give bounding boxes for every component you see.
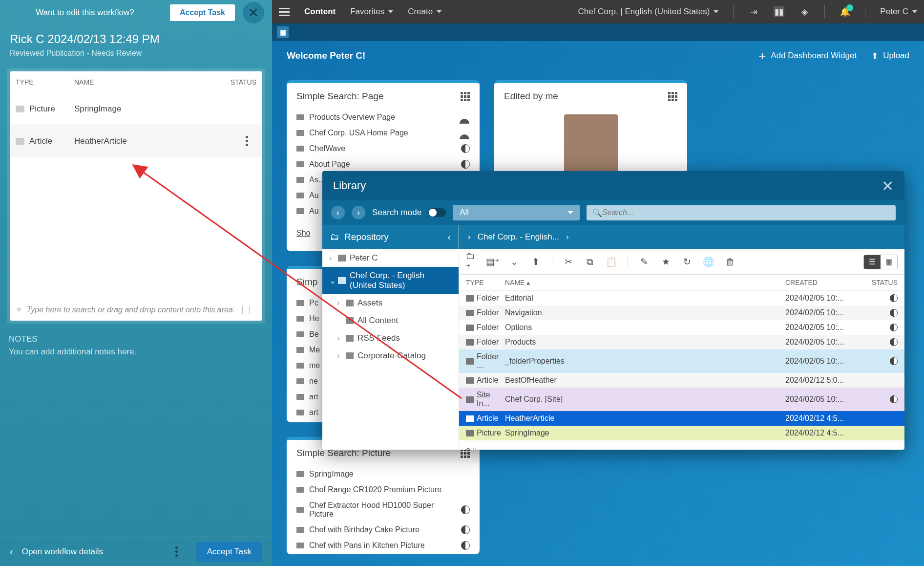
type-icon (466, 339, 474, 346)
workflow-notes: NOTES You can add additional notes here. (9, 334, 263, 357)
workflow-row[interactable]: Article HeatherArticle (10, 125, 262, 157)
analytics-icon[interactable]: ▮▮ (774, 6, 784, 17)
user-menu[interactable]: Peter C (880, 7, 917, 17)
list-item[interactable]: ChefWave (296, 141, 470, 156)
widget-title: Simp (296, 277, 317, 287)
tree-node-assets[interactable]: ›Assets (322, 294, 459, 312)
workflow-search-drop[interactable]: + Type here to search or drag and drop c… (10, 299, 262, 321)
library-main-panel: › Chef Corp. - English... › 🗀⁺ ▤⁺ ⌄ ⬆ ✂ … (459, 225, 904, 450)
notifications-icon[interactable]: 🔔 (840, 6, 850, 17)
grid-row[interactable]: Folder ..._folderProperties2024/02/05 10… (459, 349, 904, 373)
globe-button: 🌐 (703, 257, 714, 267)
chevron-left-icon[interactable]: ‹ (10, 546, 13, 557)
add-widget-button[interactable]: +Add Dashboard Widget (758, 48, 857, 64)
notes-placeholder[interactable]: You can add additional notes here. (9, 347, 263, 357)
grid-row[interactable]: FolderOptions2024/02/05 10:... (459, 320, 904, 335)
globe-icon (890, 395, 898, 403)
home-icon (338, 255, 346, 261)
list-item[interactable]: Chef Extractor Hood HD1000 Super Picture (296, 498, 470, 522)
hamburger-menu-button[interactable] (279, 8, 290, 16)
workflow-edit-prompt: Want to edit this workflow? (8, 8, 162, 18)
chevron-right-icon[interactable]: › (566, 232, 569, 242)
collapse-tree-button[interactable]: ‹ (448, 232, 451, 242)
show-more-link[interactable]: Sho (287, 224, 320, 242)
chevron-right-icon[interactable]: › (468, 232, 471, 242)
nav-content[interactable]: Content (304, 7, 336, 17)
grid-view-icon[interactable] (461, 92, 470, 101)
tree-node-catalog[interactable]: ›Corporate-Catalog (322, 347, 459, 365)
close-library-button[interactable]: ✕ (882, 177, 894, 195)
list-item[interactable]: Chef with Birthday Cake Picture (296, 522, 470, 538)
grid-row[interactable]: ArticleBestOfHeather2024/02/12 5:0... (459, 373, 904, 388)
folder-icon (346, 317, 354, 324)
grid-row[interactable]: FolderEditorial2024/02/05 10:... (459, 291, 904, 305)
workflow-row[interactable]: Picture SpringImage (10, 93, 262, 125)
globe-icon (890, 294, 898, 302)
accept-task-bottom-button[interactable]: Accept Task (196, 542, 262, 562)
chevron-down-icon (714, 10, 718, 13)
dashboard-tab-icon[interactable]: ▦ (277, 26, 289, 38)
library-search-input[interactable] (602, 208, 890, 217)
bookmark-button[interactable]: ★ (660, 257, 671, 267)
grid-row[interactable]: FolderNavigation2024/02/05 10:... (459, 305, 904, 320)
site-selector[interactable]: Chef Corp. | English (United States) (578, 7, 718, 17)
breadcrumb-item[interactable]: Chef Corp. - English... (478, 232, 559, 242)
list-item[interactable]: Chef Corp. USA Home Page (296, 125, 470, 141)
grid-row[interactable]: ArticleHeatherArticle2024/02/12 4:5... (459, 411, 904, 426)
workflow-footer: ‹ Open workflow details Accept Task (0, 537, 272, 566)
accept-task-top-button[interactable]: Accept Task (170, 4, 235, 21)
library-toolbar: 🗀⁺ ▤⁺ ⌄ ⬆ ✂ ⧉ 📋 ✎ ★ ↻ 🌐 🗑 ☰ ▦ (459, 249, 904, 275)
refresh-button[interactable]: ↻ (682, 257, 693, 267)
nav-create[interactable]: Create (408, 7, 441, 17)
new-content-button[interactable]: ▤⁺ (487, 257, 498, 267)
delete-button[interactable]: 🗑 (725, 257, 735, 267)
list-item[interactable]: About Page (296, 156, 470, 172)
search-mode-toggle[interactable] (428, 208, 446, 217)
nav-back-button[interactable]: ‹ (331, 206, 345, 219)
tree-node-site[interactable]: ⌄Chef Corp. - English (United States) (322, 267, 459, 294)
nav-forward-button[interactable]: › (352, 206, 365, 219)
list-item[interactable]: Products Overview Page (296, 109, 470, 125)
locate-icon[interactable]: ◈ (799, 6, 810, 17)
welcome-text: Welcome Peter C! (287, 50, 365, 61)
workflow-table: TYPE NAME STATUS Picture SpringImage Art… (10, 71, 262, 321)
row-menu-button[interactable] (237, 136, 256, 146)
globe-icon (461, 160, 470, 169)
library-grid: TYPE NAME ▴ CREATED STATUS FolderEditori… (459, 275, 904, 450)
tree-node-home[interactable]: ›Peter C (322, 249, 459, 267)
rss-icon (346, 335, 354, 342)
chevron-down-icon (568, 211, 573, 214)
tree-node-all-content[interactable]: All Content (322, 312, 459, 329)
dropdown-button[interactable]: ⌄ (509, 257, 520, 267)
page-icon (296, 114, 304, 120)
new-folder-button[interactable]: 🗀⁺ (466, 257, 477, 267)
grid-view-button[interactable]: ▦ (881, 255, 897, 269)
plus-icon: + (16, 304, 22, 315)
globe-icon (461, 505, 470, 514)
close-workflow-button[interactable]: ✕ (243, 2, 264, 23)
list-view-button[interactable]: ☰ (864, 255, 881, 269)
list-item[interactable]: SpringImage (296, 466, 470, 482)
open-workflow-details-link[interactable]: Open workflow details (22, 547, 103, 557)
grid-view-icon[interactable] (668, 92, 677, 101)
upload-button[interactable]: ⬆ (530, 257, 541, 267)
grid-view-icon[interactable] (461, 449, 470, 458)
list-item[interactable]: Chef Range CR1020 Premium Picture (296, 482, 470, 498)
cut-button[interactable]: ✂ (563, 257, 574, 267)
tree-node-rss[interactable]: ›RSS Feeds (322, 329, 459, 347)
upload-button[interactable]: ⬆Upload (871, 51, 909, 61)
list-item[interactable]: Chef with Pans in Kitchen Picture (296, 538, 470, 553)
widget-title: Edited by me (504, 91, 558, 102)
nav-favorites[interactable]: Favorites (350, 7, 393, 17)
workflow-menu-button[interactable] (175, 546, 178, 557)
library-search-field[interactable]: 🔍 (587, 205, 896, 220)
edit-button[interactable]: ✎ (639, 257, 650, 267)
grid-row[interactable]: PictureSpringImage2024/02/12 4:5... (459, 426, 904, 440)
grid-row[interactable]: Site In...Chef Corp. [Site]2024/02/05 10… (459, 388, 904, 411)
sub-navbar: ▦ (272, 23, 924, 41)
grid-row[interactable]: FolderProducts2024/02/05 10:... (459, 335, 904, 349)
link-icon[interactable]: ⇥ (748, 6, 759, 17)
type-filter-dropdown[interactable]: All (453, 205, 580, 220)
globe-icon (461, 525, 470, 534)
copy-button[interactable]: ⧉ (585, 257, 595, 267)
